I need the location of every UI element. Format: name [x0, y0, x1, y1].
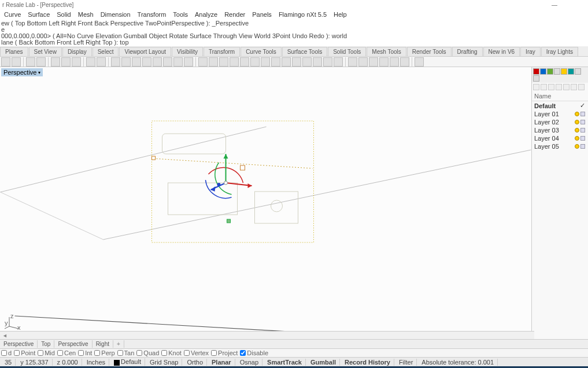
- minimize-button[interactable]: —: [549, 1, 560, 8]
- tab-display[interactable]: Display: [62, 47, 92, 56]
- menu-transform[interactable]: Transform: [135, 11, 169, 18]
- layer-row[interactable]: Layer 01: [532, 110, 588, 118]
- osnap-knot-checkbox[interactable]: [161, 350, 167, 356]
- status-smarttrack[interactable]: SmartTrack: [264, 359, 306, 366]
- menu-surface[interactable]: Surface: [25, 11, 53, 18]
- osnap-project[interactable]: Project: [211, 349, 238, 356]
- layer-visible-icon[interactable]: [575, 120, 579, 124]
- menu-dimension[interactable]: Dimension: [98, 11, 134, 18]
- status-recordhistory[interactable]: Record History: [341, 359, 394, 366]
- layout-icon[interactable]: [369, 57, 378, 67]
- osnap-quad-checkbox[interactable]: [136, 350, 142, 356]
- osnap-tan[interactable]: Tan: [117, 349, 135, 356]
- cloud-icon[interactable]: [400, 57, 409, 67]
- osnap-knot[interactable]: Knot: [161, 349, 182, 356]
- menu-curve[interactable]: Curve: [1, 11, 24, 18]
- tab-visibility[interactable]: Visibility: [172, 47, 203, 56]
- tab-new-v6[interactable]: New in V6: [483, 47, 520, 56]
- new-layer-icon[interactable]: [533, 84, 539, 90]
- osnap-mid-checkbox[interactable]: [38, 350, 43, 356]
- status-gridsnap[interactable]: Grid Snap: [146, 359, 183, 366]
- status-ortho[interactable]: Ortho: [183, 359, 207, 366]
- osnap-perp[interactable]: Perp: [94, 349, 114, 356]
- xray-icon[interactable]: [230, 57, 239, 67]
- osnap-vertex[interactable]: Vertex: [184, 349, 209, 356]
- tab-render-tools[interactable]: Render Tools: [407, 47, 452, 56]
- viewport-dropdown-icon[interactable]: ▾: [38, 70, 40, 75]
- redo-icon[interactable]: [97, 57, 106, 67]
- open-icon[interactable]: [12, 57, 21, 67]
- move-icon[interactable]: [111, 57, 120, 67]
- osnap-point[interactable]: Point: [14, 349, 35, 356]
- panel-tab-icon[interactable]: [561, 68, 567, 75]
- layer-row[interactable]: Default ✓: [532, 101, 588, 110]
- tab-select[interactable]: Select: [93, 47, 119, 56]
- tab-iray[interactable]: Iray: [520, 47, 541, 56]
- tab-solid-tools[interactable]: Solid Tools: [328, 47, 366, 56]
- osnap-perp-checkbox[interactable]: [94, 350, 100, 356]
- layer-lock-icon[interactable]: [580, 128, 585, 133]
- tab-mesh-tools[interactable]: Mesh Tools: [367, 47, 406, 56]
- osnap-end[interactable]: d: [1, 349, 12, 356]
- panel-tab-icon[interactable]: [568, 68, 574, 75]
- sun-icon[interactable]: [292, 57, 301, 67]
- grid-icon[interactable]: [173, 57, 183, 67]
- layers-header[interactable]: Name: [532, 91, 588, 101]
- sphere2-icon[interactable]: [313, 57, 322, 67]
- move-up-icon[interactable]: [556, 84, 562, 90]
- copy-icon[interactable]: [61, 57, 71, 67]
- zoom-selected-icon[interactable]: [163, 57, 172, 67]
- status-filter[interactable]: Filter: [395, 359, 417, 366]
- four-view-icon[interactable]: [184, 57, 193, 67]
- raytrace-icon[interactable]: [282, 57, 291, 67]
- paste-icon[interactable]: [72, 57, 81, 67]
- viewport-tab-perspective2[interactable]: Perspective: [54, 340, 92, 348]
- tab-curve-tools[interactable]: Curve Tools: [241, 47, 282, 56]
- tab-drafting[interactable]: Drafting: [452, 47, 483, 56]
- add-viewport-tab-button[interactable]: +: [113, 340, 124, 348]
- panel-tab-icon[interactable]: [533, 75, 539, 82]
- layer-lock-icon[interactable]: [580, 136, 585, 141]
- osnap-int[interactable]: Int: [78, 349, 92, 356]
- layer-row[interactable]: Layer 05: [532, 142, 588, 150]
- viewport-canvas[interactable]: [0, 67, 531, 339]
- status-osnap[interactable]: Osnap: [236, 359, 262, 366]
- tab-setview[interactable]: Set View: [29, 47, 62, 56]
- panel-tab-icon[interactable]: [554, 68, 560, 75]
- help-icon[interactable]: [415, 57, 424, 67]
- layer-lock-icon[interactable]: [580, 120, 585, 124]
- filter-icon[interactable]: [571, 84, 577, 90]
- scroll-left-icon[interactable]: ◄: [0, 333, 10, 338]
- viewport-label[interactable]: Perspective ▾: [1, 68, 43, 76]
- panel-tab-properties-icon[interactable]: [533, 68, 539, 75]
- zoom-extents-icon[interactable]: [153, 57, 162, 67]
- delete-layer-icon[interactable]: [548, 84, 554, 90]
- layer-visible-icon[interactable]: [575, 128, 579, 133]
- sphere1-icon[interactable]: [302, 57, 312, 67]
- globe-icon[interactable]: [390, 57, 399, 67]
- panel-tab-display-icon[interactable]: [547, 68, 553, 75]
- osnap-mid[interactable]: Mid: [38, 349, 55, 356]
- osnap-disable-checkbox[interactable]: [240, 350, 246, 356]
- horizontal-scrollbar[interactable]: ◄: [0, 331, 534, 339]
- viewport-tab-perspective[interactable]: Perspective: [0, 340, 38, 348]
- star-icon[interactable]: [348, 57, 357, 67]
- new-sublayer-icon[interactable]: [541, 84, 547, 90]
- menu-analyze[interactable]: Analyze: [192, 11, 220, 18]
- rotate-icon[interactable]: [121, 57, 131, 67]
- osnap-disable[interactable]: Disable: [240, 349, 268, 356]
- viewport-perspective[interactable]: Perspective ▾: [0, 67, 531, 339]
- move-down-icon[interactable]: [563, 84, 569, 90]
- panel-tab-icon[interactable]: [575, 68, 581, 75]
- maximize-button[interactable]: [561, 1, 573, 8]
- close-button[interactable]: [574, 1, 586, 8]
- sphere4-icon[interactable]: [334, 57, 343, 67]
- tab-planes[interactable]: Planes: [0, 47, 28, 56]
- status-planar[interactable]: Planar: [208, 359, 235, 366]
- arctic-icon[interactable]: [271, 57, 280, 67]
- layer-row[interactable]: Layer 04: [532, 134, 588, 142]
- osnap-quad[interactable]: Quad: [136, 349, 159, 356]
- sphere3-icon[interactable]: [323, 57, 332, 67]
- tab-surface-tools[interactable]: Surface Tools: [282, 47, 327, 56]
- technical-icon[interactable]: [240, 57, 249, 67]
